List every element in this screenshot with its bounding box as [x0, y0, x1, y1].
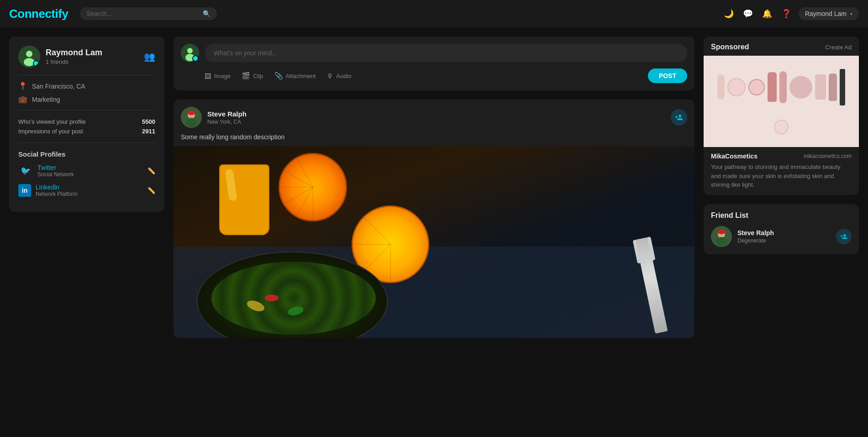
brand-name: MikaCosmetics	[711, 153, 758, 160]
twitter-profile-sub: Social Network	[37, 171, 74, 178]
follow-button[interactable]	[671, 109, 687, 126]
friend-item: Steve Ralph Degenerate	[711, 226, 852, 247]
audio-label: Audio	[336, 73, 351, 79]
profile-user-info: Raymond Lam 1 friends	[18, 46, 102, 68]
profile-details: 📍 San Francisco, CA 💼 Marketing	[18, 82, 155, 104]
profile-name: Raymond Lam	[46, 48, 102, 58]
audio-icon: 🎙	[326, 72, 333, 80]
linkedin-profile-left: in Linkedin Network Platform	[18, 184, 78, 197]
post-button[interactable]: POST	[648, 68, 687, 83]
composer-actions: 🖼 Image 🎬 Clip 📎 Attachment 🎙 Audio POST	[181, 68, 687, 83]
friend-action-button[interactable]	[836, 229, 852, 244]
search-input[interactable]	[86, 10, 199, 17]
post-composer: 🖼 Image 🎬 Clip 📎 Attachment 🎙 Audio POST	[174, 37, 694, 90]
salad-tomato	[265, 295, 279, 301]
dark-mode-icon[interactable]: 🌙	[724, 9, 734, 19]
navbar-icons: 🌙 💬 🔔 ❓	[724, 9, 791, 19]
post-avatar	[181, 107, 202, 128]
twitter-edit-icon[interactable]: ✏️	[147, 167, 155, 174]
post-input[interactable]	[205, 44, 687, 62]
create-ad-link[interactable]: Create Ad	[825, 44, 852, 51]
stat-views-value: 5500	[142, 118, 155, 125]
sponsored-card: Sponsored Create Ad	[704, 37, 859, 195]
svg-point-12	[716, 237, 727, 246]
sidebar-left: Raymond Lam 1 friends 👥 📍 San Francisco,…	[9, 37, 164, 338]
image-action[interactable]: 🖼 Image	[205, 72, 231, 80]
composer-avatar	[181, 44, 199, 62]
attachment-icon: 📎	[274, 72, 283, 80]
twitter-icon: 🐦	[18, 163, 33, 178]
composer-avatar-image	[181, 44, 199, 62]
svg-point-2	[24, 58, 35, 66]
main-layout: Raymond Lam 1 friends 👥 📍 San Francisco,…	[0, 27, 868, 347]
linkedin-profile-name: Linkedin	[36, 184, 78, 191]
add-person-icon	[675, 113, 683, 121]
brand-url: mikacosmetics.com	[804, 153, 852, 159]
oj-glass	[219, 164, 269, 235]
sponsored-header: Sponsored Create Ad	[704, 37, 859, 56]
post-header: Steve Ralph New York, CA	[174, 100, 694, 133]
app-brand: Connectify	[9, 7, 68, 21]
sponsored-title: Sponsored	[711, 43, 749, 51]
svg-point-8	[186, 118, 197, 127]
location-value: San Francisco, CA	[32, 83, 85, 90]
linkedin-icon: in	[18, 184, 31, 197]
sponsored-info: MikaCosmetics mikacosmetics.com Your pat…	[704, 147, 859, 195]
search-bar[interactable]: 🔍	[80, 7, 217, 20]
sponsored-brand: MikaCosmetics mikacosmetics.com	[711, 153, 852, 160]
audio-action[interactable]: 🎙 Audio	[326, 72, 351, 80]
stat-row-views: Who's viewed your profile 5500	[18, 117, 155, 126]
center-feed: 🖼 Image 🎬 Clip 📎 Attachment 🎙 Audio POST	[174, 37, 694, 338]
svg-point-4	[187, 48, 193, 53]
user-menu[interactable]: Raymond Lam ▾	[799, 7, 859, 20]
messages-icon[interactable]: 💬	[743, 9, 753, 19]
profile-top: Raymond Lam 1 friends 👥	[18, 46, 155, 68]
attachment-label: Attachment	[286, 73, 316, 79]
friend-avatar-svg	[711, 226, 732, 247]
occupation-value: Marketing	[32, 96, 60, 103]
navbar: Connectify 🔍 🌙 💬 🔔 ❓ Raymond Lam ▾	[0, 0, 868, 27]
navbar-user-name: Raymond Lam	[805, 10, 847, 17]
social-profiles-title: Social Profiles	[18, 150, 155, 158]
orange-1	[279, 153, 347, 221]
svg-point-9	[187, 111, 195, 115]
avatar-image	[18, 46, 40, 68]
image-label: Image	[214, 73, 231, 79]
feed-post: Steve Ralph New York, CA Some really lon…	[174, 100, 694, 338]
clip-action[interactable]: 🎬 Clip	[242, 72, 263, 80]
profile-stats-divider	[18, 110, 155, 111]
linkedin-edit-icon[interactable]: ✏️	[147, 187, 155, 194]
friend-add-icon	[840, 233, 847, 240]
help-icon[interactable]: ❓	[781, 9, 791, 19]
composer-top	[181, 44, 687, 62]
friend-tag: Degenerate	[737, 237, 774, 244]
notifications-icon[interactable]: 🔔	[762, 9, 772, 19]
attachment-action[interactable]: 📎 Attachment	[274, 72, 316, 80]
linkedin-profile-item: in Linkedin Network Platform ✏️	[18, 184, 155, 197]
profile-card: Raymond Lam 1 friends 👥 📍 San Francisco,…	[9, 37, 164, 212]
friend-list-title: Friend List	[711, 211, 852, 220]
profile-divider	[18, 75, 155, 75]
svg-point-1	[26, 51, 32, 57]
profile-friends-count: 1 friends	[46, 58, 102, 65]
profile-stats: Who's viewed your profile 5500 Impressio…	[18, 117, 155, 136]
add-friends-icon[interactable]: 👥	[144, 51, 155, 62]
friend-name: Steve Ralph	[737, 229, 774, 237]
svg-point-5	[185, 54, 195, 61]
post-user-location: New York, CA	[207, 119, 247, 125]
sponsored-image	[704, 56, 859, 147]
work-icon: 💼	[18, 95, 27, 104]
friend-left: Steve Ralph Degenerate	[711, 226, 774, 247]
cosmetics-bg	[704, 56, 859, 147]
sponsored-desc: Your pathway to stunning and immaculate …	[711, 163, 852, 190]
friend-avatar	[711, 226, 732, 247]
stat-row-impressions: Impressions of your post 2911	[18, 126, 155, 136]
friend-list-card: Friend List Steve Ralph Degenerate	[704, 204, 859, 254]
clip-label: Clip	[253, 73, 263, 79]
location-icon: 📍	[18, 82, 27, 90]
social-profiles-section: Social Profiles 🐦 Twitter Social Network…	[18, 150, 155, 197]
social-profiles-divider	[18, 142, 155, 143]
location-detail: 📍 San Francisco, CA	[18, 82, 155, 90]
stat-impressions-label: Impressions of your post	[18, 128, 83, 135]
occupation-detail: 💼 Marketing	[18, 95, 155, 104]
